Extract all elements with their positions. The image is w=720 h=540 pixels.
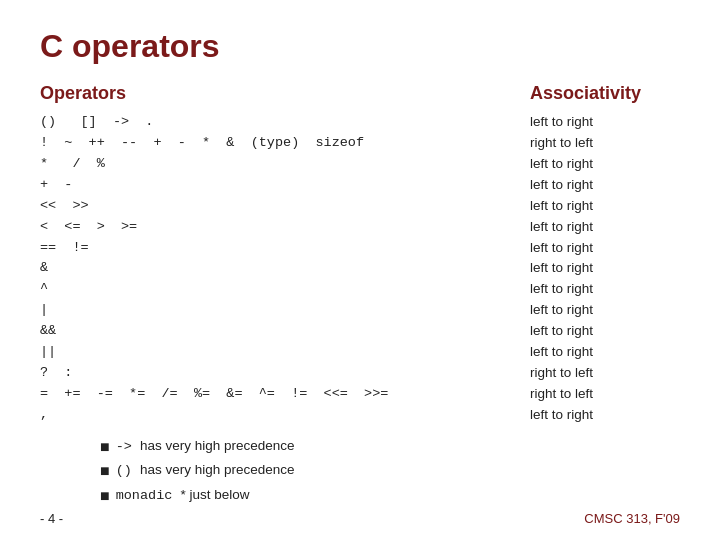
notes-section: ■-> has very high precedence■() has very…	[100, 436, 680, 507]
operators-header: Operators	[40, 83, 520, 104]
operator-row: &&	[40, 321, 520, 342]
associativity-column: left to rightright to leftleft to rightl…	[520, 112, 680, 426]
bullet-icon: ■	[100, 485, 110, 507]
operator-row: &	[40, 258, 520, 279]
note-item: ■() has very high precedence	[100, 460, 680, 482]
note-item: ■-> has very high precedence	[100, 436, 680, 458]
associativity-header: Associativity	[520, 83, 680, 104]
associativity-row: right to left	[530, 363, 680, 384]
operator-row: ! ~ ++ -- + - * & (type) sizeof	[40, 133, 520, 154]
associativity-row: right to left	[530, 133, 680, 154]
associativity-row: left to right	[530, 321, 680, 342]
associativity-row: left to right	[530, 279, 680, 300]
note-item: ■monadic * just below	[100, 485, 680, 507]
operator-row: ^	[40, 279, 520, 300]
column-headers: Operators Associativity	[40, 83, 680, 108]
note-text: monadic * just below	[116, 485, 250, 507]
operator-row: ,	[40, 405, 520, 426]
operator-row: ||	[40, 342, 520, 363]
operator-row: * / %	[40, 154, 520, 175]
slide: C operators Operators Associativity () […	[0, 0, 720, 540]
footer-page-number: - 4 -	[40, 511, 63, 526]
associativity-row: left to right	[530, 196, 680, 217]
operator-row: |	[40, 300, 520, 321]
associativity-row: left to right	[530, 258, 680, 279]
associativity-row: right to left	[530, 384, 680, 405]
associativity-row: left to right	[530, 112, 680, 133]
associativity-row: left to right	[530, 238, 680, 259]
associativity-row: left to right	[530, 175, 680, 196]
operator-row: < <= > >=	[40, 217, 520, 238]
footer-course-label: CMSC 313, F'09	[584, 511, 680, 526]
bullet-icon: ■	[100, 436, 110, 458]
operators-column: () [] -> .! ~ ++ -- + - * & (type) sizeo…	[40, 112, 520, 426]
operator-row: + -	[40, 175, 520, 196]
note-text: -> has very high precedence	[116, 436, 295, 458]
associativity-row: left to right	[530, 300, 680, 321]
operator-row: = += -= *= /= %= &= ^= != <<= >>=	[40, 384, 520, 405]
bullet-icon: ■	[100, 460, 110, 482]
note-text: () has very high precedence	[116, 460, 295, 482]
operator-row: () [] -> .	[40, 112, 520, 133]
page-title: C operators	[40, 28, 680, 65]
associativity-row: left to right	[530, 342, 680, 363]
operators-table: () [] -> .! ~ ++ -- + - * & (type) sizeo…	[40, 112, 680, 426]
associativity-row: left to right	[530, 217, 680, 238]
operator-row: ? :	[40, 363, 520, 384]
associativity-row: left to right	[530, 154, 680, 175]
associativity-row: left to right	[530, 405, 680, 426]
operator-row: << >>	[40, 196, 520, 217]
operator-row: == !=	[40, 238, 520, 259]
